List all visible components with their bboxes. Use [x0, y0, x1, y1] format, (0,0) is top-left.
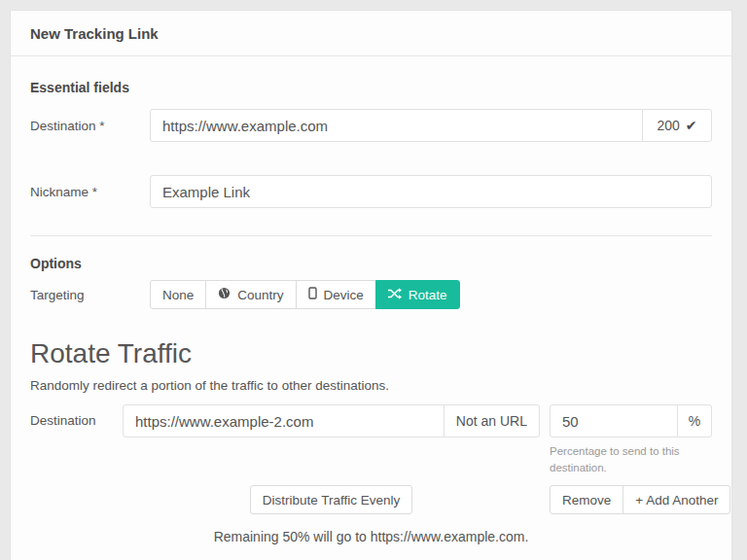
- nickname-input[interactable]: [150, 175, 712, 208]
- actions-middle: Distribute Traffic Evenly: [123, 485, 540, 514]
- targeting-none-button[interactable]: None: [150, 280, 206, 309]
- rotate-destination-input-group: Not an URL: [123, 404, 540, 438]
- essential-fields-heading: Essential fields: [30, 80, 712, 95]
- shuffle-icon: [388, 288, 402, 302]
- actions-right: Remove + Add Another: [550, 485, 712, 514]
- rotate-destination-validation-addon: Not an URL: [444, 404, 540, 438]
- targeting-button-group: None Country: [150, 280, 460, 309]
- percent-help-text: Percentage to send to this destination.: [550, 443, 712, 475]
- targeting-row: Targeting None Country: [30, 280, 712, 309]
- device-icon: [308, 287, 317, 302]
- destination-row: Destination * 200 ✔: [30, 109, 712, 142]
- rotate-destination-input[interactable]: [123, 404, 445, 438]
- destination-label: Destination *: [30, 119, 150, 133]
- add-another-button[interactable]: + Add Another: [622, 485, 730, 514]
- targeting-country-label: Country: [237, 288, 283, 302]
- targeting-device-button[interactable]: Device: [296, 280, 376, 309]
- percent-addon: %: [677, 404, 712, 438]
- destination-input[interactable]: [150, 109, 643, 142]
- percent-column: % Percentage to send to this destination…: [550, 404, 712, 475]
- remove-add-button-group: Remove + Add Another: [550, 485, 730, 514]
- check-icon: ✔: [686, 118, 697, 133]
- targeting-none-label: None: [162, 288, 194, 302]
- distribute-traffic-evenly-button[interactable]: Distribute Traffic Evenly: [250, 485, 413, 514]
- panel-body: Essential fields Destination * 200 ✔ Nic…: [11, 56, 731, 560]
- section-divider: [30, 235, 712, 236]
- rotate-actions-row: Distribute Traffic Evenly Remove + Add A…: [30, 485, 712, 514]
- targeting-country-button[interactable]: Country: [205, 280, 296, 309]
- targeting-rotate-button[interactable]: Rotate: [375, 280, 460, 309]
- remove-button[interactable]: Remove: [550, 485, 623, 514]
- options-heading: Options: [30, 256, 712, 271]
- targeting-rotate-label: Rotate: [409, 288, 447, 302]
- remaining-traffic-note: Remaining 50% will go to https://www.exa…: [30, 529, 712, 544]
- rotate-destination-label: Destination: [30, 404, 123, 428]
- rotate-traffic-heading: Rotate Traffic: [30, 338, 712, 369]
- rotate-destination-row: Destination Not an URL % Percentage to s…: [30, 404, 712, 475]
- status-code: 200: [657, 118, 679, 133]
- targeting-device-label: Device: [324, 288, 364, 302]
- destination-status-addon: 200 ✔: [642, 109, 712, 142]
- rotate-traffic-description: Randomly redirect a portion of the traff…: [30, 378, 712, 393]
- percent-input-group: %: [550, 404, 712, 438]
- destination-input-group: 200 ✔: [150, 109, 712, 142]
- globe-icon: [218, 287, 231, 302]
- nickname-label: Nickname *: [30, 185, 150, 199]
- new-tracking-link-panel: New Tracking Link Essential fields Desti…: [10, 10, 732, 560]
- panel-title: New Tracking Link: [11, 11, 731, 56]
- targeting-label: Targeting: [30, 288, 150, 302]
- nickname-input-group: [150, 175, 712, 208]
- percent-input[interactable]: [550, 404, 678, 438]
- nickname-row: Nickname *: [30, 175, 712, 208]
